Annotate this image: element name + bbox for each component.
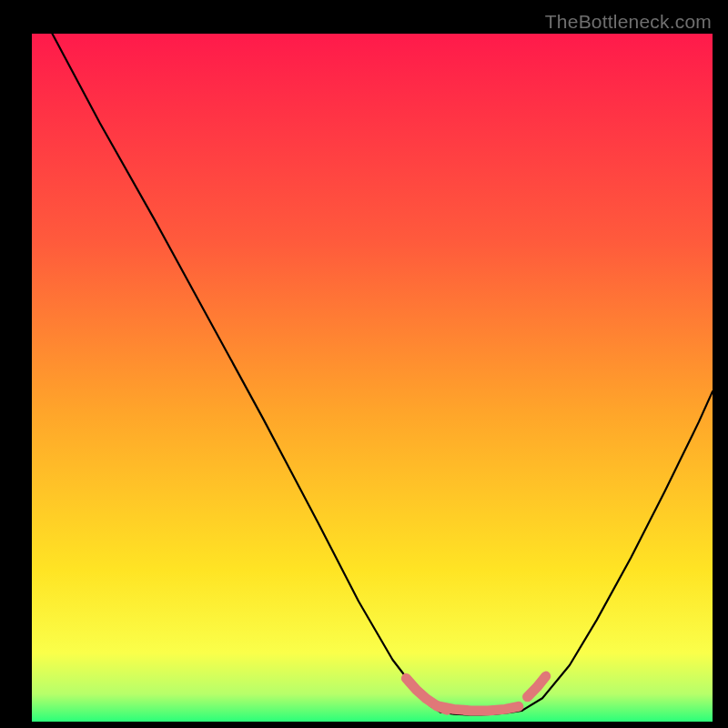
accent-segment-bottom	[437, 706, 519, 711]
chart-svg	[32, 34, 713, 722]
curve-right-branch	[522, 391, 713, 711]
accent-segment-right	[528, 676, 546, 697]
chart-frame: TheBottleneck.com	[0, 0, 728, 728]
watermark-text: TheBottleneck.com	[545, 11, 712, 33]
curve-left-branch	[52, 34, 440, 712]
